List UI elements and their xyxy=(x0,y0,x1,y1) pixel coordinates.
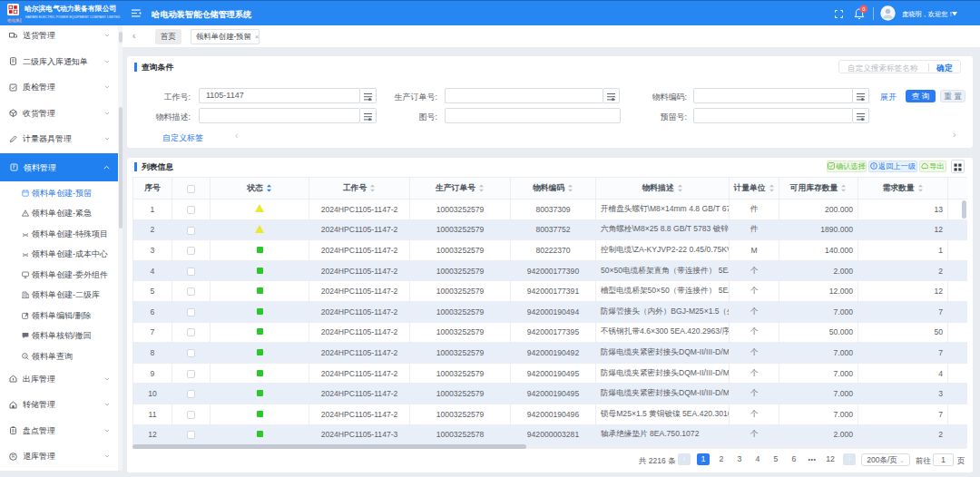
svg-text:R: R xyxy=(12,453,15,459)
svg-text:哈电集团: 哈电集团 xyxy=(7,18,22,24)
svg-text:3: 3 xyxy=(24,354,25,357)
svg-text:0: 0 xyxy=(862,6,865,12)
